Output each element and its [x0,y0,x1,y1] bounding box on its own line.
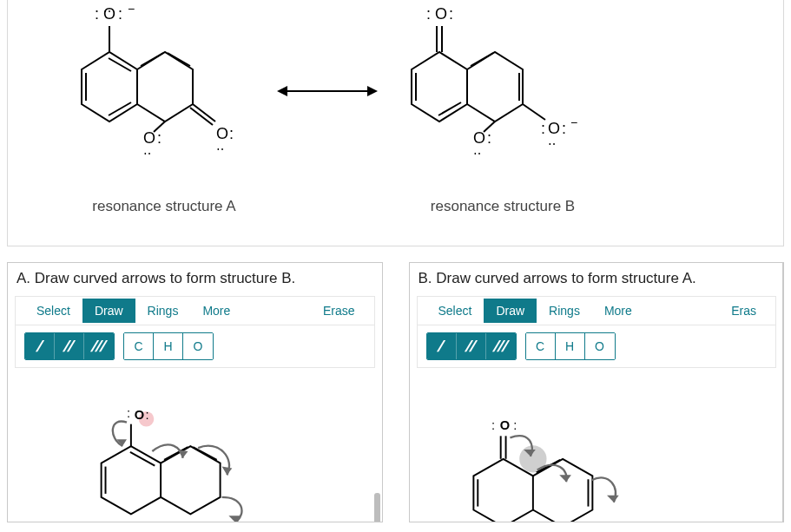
svg-text:O: O [499,418,509,432]
svg-marker-22 [277,86,287,96]
svg-text::: : [449,5,453,23]
svg-text:‥: ‥ [216,139,224,153]
svg-line-5 [168,53,190,66]
element-h-button[interactable]: H [556,333,585,359]
svg-marker-24 [412,52,467,122]
svg-text::: : [491,418,494,432]
element-tool-group: C H O [525,332,616,360]
triple-bond-tool[interactable]: /// [486,333,516,359]
svg-line-3 [109,102,131,115]
svg-line-46 [130,452,155,466]
double-bond-tool[interactable]: // [55,333,84,359]
svg-text::: : [146,408,149,422]
panel-a-title: A. Draw curved arrows to form structure … [8,263,382,296]
panel-b-tool-row: / // /// C H O [417,325,777,368]
double-bond-tool[interactable]: // [457,333,486,359]
svg-text:−: − [570,115,577,129]
svg-text:‥: ‥ [103,1,111,15]
element-h-button[interactable]: H [154,333,183,359]
triple-bond-tool[interactable]: /// [84,333,114,359]
svg-marker-0 [82,52,137,122]
svg-marker-23 [367,86,378,96]
svg-marker-44 [102,446,161,514]
tab-select[interactable]: Select [24,299,82,323]
svg-line-32 [523,104,545,120]
bond-tool-group: / // /// [426,332,517,360]
erase-button[interactable]: Eras [721,299,767,323]
panel-b-canvas[interactable]: : O : [410,368,784,522]
svg-text::: : [426,5,431,23]
structure-b-svg: : O : O : ‥ O : : ‥ − [381,0,624,182]
svg-text::: : [487,129,491,147]
svg-text:‥: ‥ [548,134,556,148]
scrollbar-thumb[interactable] [374,493,380,522]
svg-line-26 [438,102,461,115]
svg-text:‥: ‥ [473,143,481,157]
panel-b-tabs: Select Draw Rings More Eras [417,296,777,325]
single-bond-tool[interactable]: / [25,333,55,359]
svg-marker-70 [606,496,618,502]
drawing-panels-row: A. Draw curved arrows to form structure … [7,262,784,522]
svg-text:−: − [128,2,135,16]
bond-tool-group: / // /// [24,332,115,360]
svg-marker-56 [222,467,233,476]
single-bond-tool[interactable]: / [427,333,457,359]
tab-draw[interactable]: Draw [82,299,135,323]
svg-text::: : [118,5,122,23]
caption-structure-a: resonance structure A [51,198,277,215]
panel-a-tool-row: / // /// C H O [15,325,375,368]
caption-structure-b: resonance structure B [381,198,624,215]
resonance-arrow [275,78,379,104]
erase-button[interactable]: Erase [313,299,366,323]
panel-a: A. Draw curved arrows to form structure … [7,262,383,522]
svg-text::: : [95,5,99,23]
tab-draw[interactable]: Draw [484,299,537,323]
svg-text::: : [229,125,234,142]
resonance-structure-b: : O : O : ‥ O : : ‥ − resonance structur… [381,0,624,215]
resonance-structure-a: : O ‥ : − O : ‥ O : ‥ resonance structur… [51,0,277,215]
element-o-button[interactable]: O [585,333,615,359]
svg-line-48 [193,447,216,460]
svg-line-2 [109,58,131,71]
tab-select[interactable]: Select [426,299,484,323]
svg-line-27 [471,53,493,66]
resonance-figure-area: : O ‥ : − O : ‥ O : ‥ resonance structur… [7,0,784,246]
svg-text::: : [562,120,566,137]
svg-text::: : [157,129,161,147]
svg-text::: : [513,418,517,432]
element-tool-group: C H O [123,332,214,360]
svg-marker-69 [559,475,571,482]
element-c-button[interactable]: C [124,333,154,359]
svg-text:‥: ‥ [143,143,151,157]
tab-more[interactable]: More [592,299,644,323]
panel-a-canvas[interactable]: O : : [8,368,382,522]
tab-more[interactable]: More [190,299,242,323]
panel-b: B. Draw curved arrows to form structure … [409,262,785,522]
svg-text::: : [541,120,545,137]
structure-a-svg: : O ‥ : − O : ‥ O : ‥ [51,0,277,182]
element-c-button[interactable]: C [526,333,556,359]
svg-text:O: O [435,5,447,23]
svg-line-4 [141,53,163,66]
tab-rings[interactable]: Rings [537,299,592,323]
svg-text::: : [127,406,130,420]
tab-rings[interactable]: Rings [135,299,191,323]
svg-text:O: O [135,408,144,422]
panel-b-title: B. Draw curved arrows to form structure … [410,263,784,296]
element-o-button[interactable]: O [183,333,213,359]
panel-a-tabs: Select Draw Rings More Erase [15,296,375,325]
svg-marker-55 [178,450,188,458]
